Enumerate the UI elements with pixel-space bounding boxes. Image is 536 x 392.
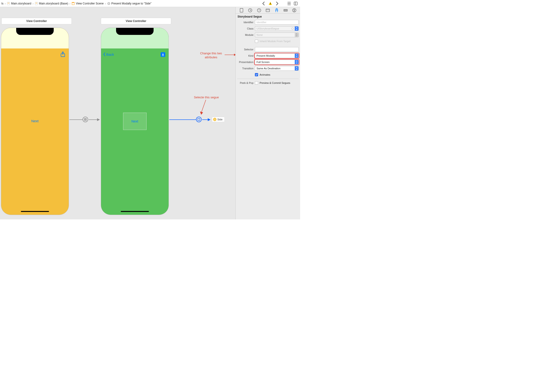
breadcrumb: ls › Main.storyboard › Main.storyboard (… bbox=[0, 0, 259, 7]
back-label: Back bbox=[106, 52, 114, 56]
svg-rect-17 bbox=[85, 119, 86, 120]
scene-reference-chip[interactable]: Side bbox=[212, 117, 225, 122]
dropdown-stepper-icon bbox=[295, 66, 298, 70]
device-frame: Back Next bbox=[101, 28, 169, 215]
svg-rect-10 bbox=[270, 3, 271, 4]
svg-rect-1 bbox=[8, 3, 9, 3]
scene-title-bar[interactable]: View Controller bbox=[1, 18, 72, 24]
inherit-module-checkbox[interactable] bbox=[255, 40, 258, 43]
help-inspector-tab-icon[interactable]: ? bbox=[257, 8, 261, 13]
animates-checkbox[interactable] bbox=[255, 73, 258, 76]
animates-label: Animates bbox=[259, 73, 270, 76]
transition-select[interactable]: Same As Destination bbox=[255, 66, 299, 71]
selector-input[interactable] bbox=[255, 47, 299, 52]
nav-bar: Back bbox=[101, 39, 169, 48]
segue-icon bbox=[107, 2, 110, 5]
storyboard-canvas[interactable]: View Controller Next View Controller bbox=[0, 7, 235, 219]
svg-text:?: ? bbox=[258, 9, 260, 11]
size-inspector-tab-icon[interactable] bbox=[283, 8, 288, 13]
svg-point-19 bbox=[214, 119, 215, 120]
inspector-tab-strip: ? bbox=[236, 7, 300, 14]
device-notch bbox=[116, 28, 153, 35]
svg-rect-2 bbox=[8, 3, 9, 4]
breadcrumb-item[interactable]: ls bbox=[1, 2, 4, 5]
segue-node-icon[interactable] bbox=[196, 117, 202, 122]
kind-select[interactable]: Present Modally bbox=[255, 53, 299, 58]
module-select[interactable]: None bbox=[255, 33, 299, 37]
attributes-inspector-tab-icon[interactable] bbox=[274, 8, 279, 13]
svg-rect-11 bbox=[270, 4, 271, 5]
dropdown-stepper-icon bbox=[295, 27, 298, 31]
annotation-text: Selecte this segue bbox=[190, 96, 223, 99]
annotation-text: Change this two attributes bbox=[195, 51, 227, 60]
breadcrumb-item[interactable]: View Controller Scene bbox=[72, 2, 104, 5]
outline-toggle-icon[interactable] bbox=[287, 1, 291, 6]
presentation-select[interactable]: Full Screen bbox=[255, 60, 299, 64]
scene-title: View Controller bbox=[26, 19, 47, 23]
home-indicator bbox=[121, 211, 149, 212]
field-label: Selector bbox=[237, 48, 255, 51]
breadcrumb-label: View Controller Scene bbox=[76, 2, 104, 5]
field-label: Class bbox=[237, 27, 255, 30]
storyboard-ref-icon bbox=[213, 118, 216, 121]
breadcrumb-label: Main.storyboard bbox=[11, 2, 31, 5]
field-label: Module bbox=[237, 33, 255, 36]
topbar-controls bbox=[259, 0, 300, 7]
inherit-module-label: Inherit Module From Target bbox=[259, 40, 291, 43]
nav-forward-button[interactable] bbox=[275, 1, 279, 6]
device-frame: Next bbox=[1, 28, 69, 215]
segue-node-icon[interactable] bbox=[82, 117, 88, 122]
scene-title-bar[interactable]: View Controller bbox=[101, 18, 171, 24]
scene-view-controller-2[interactable]: View Controller Back Next bbox=[101, 18, 171, 215]
chevron-right-icon: › bbox=[69, 2, 71, 5]
svg-rect-12 bbox=[294, 2, 297, 5]
history-inspector-tab-icon[interactable] bbox=[248, 8, 253, 13]
chevron-right-icon: › bbox=[5, 2, 6, 5]
svg-rect-26 bbox=[266, 9, 270, 12]
scene-reference-label: Side bbox=[217, 118, 223, 121]
back-button[interactable]: Back bbox=[103, 52, 114, 56]
download-icon[interactable] bbox=[161, 52, 165, 57]
field-label: Kind bbox=[237, 54, 255, 57]
identity-inspector-tab-icon[interactable] bbox=[265, 8, 270, 13]
breadcrumb-item[interactable]: Main.storyboard (Base) bbox=[35, 2, 68, 5]
annotation-arrow-icon bbox=[225, 53, 235, 56]
svg-rect-9 bbox=[108, 3, 109, 4]
scene-view-controller-1[interactable]: View Controller Next bbox=[1, 18, 72, 215]
transition-value: Same As Destination bbox=[257, 67, 280, 70]
adjust-editor-icon[interactable] bbox=[294, 1, 298, 6]
connections-inspector-tab-icon[interactable] bbox=[292, 8, 297, 13]
editor-top-bar: ls › Main.storyboard › Main.storyboard (… bbox=[0, 0, 300, 7]
svg-rect-18 bbox=[198, 118, 200, 121]
dropdown-stepper-icon bbox=[295, 33, 298, 37]
peek-pop-checkbox[interactable] bbox=[255, 81, 258, 84]
issues-warning-icon[interactable] bbox=[268, 1, 273, 6]
svg-rect-5 bbox=[36, 3, 37, 4]
breadcrumb-item[interactable]: Main.storyboard bbox=[7, 2, 31, 5]
chevron-right-icon: › bbox=[32, 2, 34, 5]
class-select[interactable]: UIStoryboardSegue bbox=[255, 26, 299, 31]
breadcrumb-item[interactable]: Present Modally segue to "Side" bbox=[107, 2, 152, 5]
svg-rect-16 bbox=[84, 118, 86, 121]
svg-line-21 bbox=[201, 100, 206, 113]
presentation-value: Full Screen bbox=[257, 61, 270, 63]
inspector-section: Identifier Class UIStoryboardSegue Modul… bbox=[236, 19, 300, 88]
breadcrumb-label: Main.storyboard (Base) bbox=[39, 2, 68, 5]
inspector-panel: ? Storyboard Segue Identifier Class UISt… bbox=[235, 7, 300, 219]
storyboard-file-icon bbox=[7, 2, 10, 5]
scene-icon bbox=[72, 2, 75, 5]
class-value: UIStoryboardSegue bbox=[257, 27, 279, 30]
file-inspector-tab-icon[interactable] bbox=[239, 8, 244, 13]
identifier-input[interactable] bbox=[255, 20, 299, 25]
peek-pop-label: Preview & Commit Segues bbox=[259, 81, 290, 84]
share-icon[interactable] bbox=[60, 51, 65, 57]
svg-point-8 bbox=[107, 2, 110, 5]
field-label: Presentation bbox=[237, 61, 255, 63]
dropdown-stepper-icon bbox=[295, 60, 298, 64]
annotation-arrow-icon bbox=[199, 100, 209, 116]
next-button[interactable]: Next bbox=[31, 119, 39, 123]
svg-rect-4 bbox=[36, 3, 37, 3]
next-button[interactable]: Next bbox=[123, 113, 147, 130]
svg-rect-22 bbox=[240, 8, 243, 12]
nav-back-button[interactable] bbox=[262, 1, 266, 6]
